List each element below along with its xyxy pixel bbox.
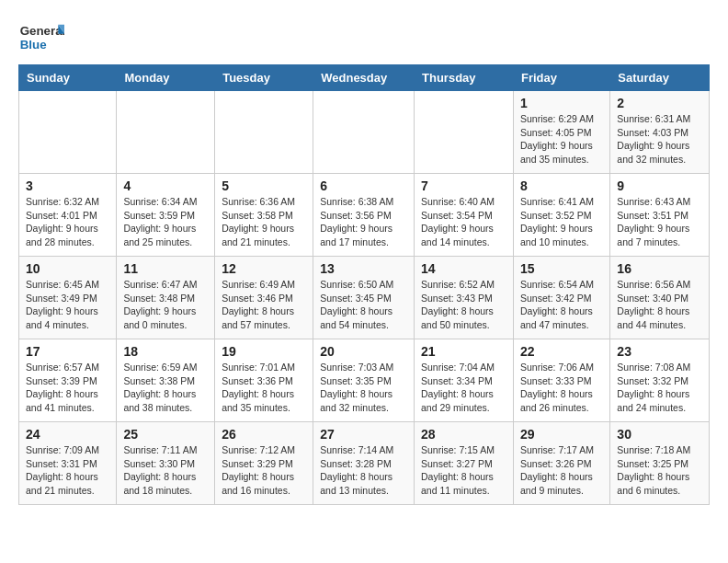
day-number: 20 xyxy=(320,344,407,359)
weekday-header: Tuesday xyxy=(215,65,313,91)
day-number: 5 xyxy=(222,178,306,193)
svg-text:Blue: Blue xyxy=(20,38,47,52)
day-number: 3 xyxy=(26,178,109,193)
day-number: 25 xyxy=(123,427,208,442)
calendar-day-cell: 30Sunrise: 7:18 AM Sunset: 3:25 PM Dayli… xyxy=(610,422,710,505)
page-header: General Blue xyxy=(18,18,710,55)
calendar-day-cell: 28Sunrise: 7:15 AM Sunset: 3:27 PM Dayli… xyxy=(415,422,514,505)
calendar-week-row: 17Sunrise: 6:57 AM Sunset: 3:39 PM Dayli… xyxy=(19,339,710,422)
calendar-day-cell: 15Sunrise: 6:54 AM Sunset: 3:42 PM Dayli… xyxy=(513,257,609,339)
day-number: 6 xyxy=(320,178,407,193)
calendar-header-row: SundayMondayTuesdayWednesdayThursdayFrid… xyxy=(19,65,710,91)
calendar-day-cell xyxy=(415,91,514,174)
calendar-day-cell: 5Sunrise: 6:36 AM Sunset: 3:58 PM Daylig… xyxy=(215,174,313,257)
day-number: 12 xyxy=(222,261,306,276)
day-number: 14 xyxy=(421,261,506,276)
day-info: Sunrise: 7:17 AM Sunset: 3:26 PM Dayligh… xyxy=(520,443,603,498)
day-info: Sunrise: 6:45 AM Sunset: 3:49 PM Dayligh… xyxy=(26,278,109,332)
calendar-day-cell: 11Sunrise: 6:47 AM Sunset: 3:48 PM Dayli… xyxy=(117,257,215,339)
day-number: 26 xyxy=(222,427,306,442)
day-number: 4 xyxy=(123,178,208,193)
day-number: 21 xyxy=(421,344,506,359)
day-info: Sunrise: 7:01 AM Sunset: 3:36 PM Dayligh… xyxy=(222,361,306,415)
day-number: 17 xyxy=(26,344,109,359)
day-number: 27 xyxy=(320,427,407,442)
day-number: 1 xyxy=(520,96,603,110)
weekday-header: Sunday xyxy=(19,65,117,91)
calendar-day-cell: 7Sunrise: 6:40 AM Sunset: 3:54 PM Daylig… xyxy=(415,174,514,257)
calendar-day-cell: 21Sunrise: 7:04 AM Sunset: 3:34 PM Dayli… xyxy=(415,339,514,422)
calendar-day-cell xyxy=(117,91,215,174)
app-logo: General Blue xyxy=(18,18,68,55)
calendar-day-cell xyxy=(215,91,313,174)
calendar-day-cell: 25Sunrise: 7:11 AM Sunset: 3:30 PM Dayli… xyxy=(117,422,215,505)
day-info: Sunrise: 7:12 AM Sunset: 3:29 PM Dayligh… xyxy=(222,443,306,498)
calendar-day-cell: 12Sunrise: 6:49 AM Sunset: 3:46 PM Dayli… xyxy=(215,257,313,339)
day-number: 15 xyxy=(520,261,603,276)
day-info: Sunrise: 7:03 AM Sunset: 3:35 PM Dayligh… xyxy=(320,361,407,415)
calendar-week-row: 1Sunrise: 6:29 AM Sunset: 4:05 PM Daylig… xyxy=(19,91,710,174)
calendar-day-cell: 3Sunrise: 6:32 AM Sunset: 4:01 PM Daylig… xyxy=(19,174,117,257)
weekday-header: Wednesday xyxy=(313,65,415,91)
calendar-day-cell: 22Sunrise: 7:06 AM Sunset: 3:33 PM Dayli… xyxy=(513,339,609,422)
day-info: Sunrise: 6:56 AM Sunset: 3:40 PM Dayligh… xyxy=(617,278,702,332)
calendar-day-cell: 18Sunrise: 6:59 AM Sunset: 3:38 PM Dayli… xyxy=(117,339,215,422)
day-info: Sunrise: 6:52 AM Sunset: 3:43 PM Dayligh… xyxy=(421,278,506,332)
calendar-day-cell: 6Sunrise: 6:38 AM Sunset: 3:56 PM Daylig… xyxy=(313,174,415,257)
weekday-header: Thursday xyxy=(415,65,514,91)
calendar-day-cell xyxy=(19,91,117,174)
calendar-day-cell: 13Sunrise: 6:50 AM Sunset: 3:45 PM Dayli… xyxy=(313,257,415,339)
calendar-week-row: 3Sunrise: 6:32 AM Sunset: 4:01 PM Daylig… xyxy=(19,174,710,257)
day-info: Sunrise: 7:18 AM Sunset: 3:25 PM Dayligh… xyxy=(617,443,702,498)
day-number: 9 xyxy=(617,178,702,193)
weekday-header: Friday xyxy=(513,65,609,91)
calendar-day-cell: 26Sunrise: 7:12 AM Sunset: 3:29 PM Dayli… xyxy=(215,422,313,505)
calendar-day-cell: 2Sunrise: 6:31 AM Sunset: 4:03 PM Daylig… xyxy=(610,91,710,174)
day-info: Sunrise: 6:43 AM Sunset: 3:51 PM Dayligh… xyxy=(617,195,702,249)
day-number: 2 xyxy=(617,96,702,110)
day-info: Sunrise: 6:50 AM Sunset: 3:45 PM Dayligh… xyxy=(320,278,407,332)
day-number: 11 xyxy=(123,261,208,276)
day-number: 23 xyxy=(617,344,702,359)
weekday-header: Monday xyxy=(117,65,215,91)
calendar-table: SundayMondayTuesdayWednesdayThursdayFrid… xyxy=(18,64,710,505)
day-info: Sunrise: 7:04 AM Sunset: 3:34 PM Dayligh… xyxy=(421,361,506,415)
day-info: Sunrise: 6:31 AM Sunset: 4:03 PM Dayligh… xyxy=(617,112,702,167)
calendar-day-cell: 20Sunrise: 7:03 AM Sunset: 3:35 PM Dayli… xyxy=(313,339,415,422)
day-info: Sunrise: 6:49 AM Sunset: 3:46 PM Dayligh… xyxy=(222,278,306,332)
day-info: Sunrise: 6:41 AM Sunset: 3:52 PM Dayligh… xyxy=(520,195,603,249)
day-number: 18 xyxy=(123,344,208,359)
day-info: Sunrise: 6:29 AM Sunset: 4:05 PM Dayligh… xyxy=(520,112,603,167)
day-number: 16 xyxy=(617,261,702,276)
day-info: Sunrise: 6:34 AM Sunset: 3:59 PM Dayligh… xyxy=(123,195,208,249)
calendar-day-cell: 4Sunrise: 6:34 AM Sunset: 3:59 PM Daylig… xyxy=(117,174,215,257)
day-number: 13 xyxy=(320,261,407,276)
day-info: Sunrise: 6:47 AM Sunset: 3:48 PM Dayligh… xyxy=(123,278,208,332)
day-info: Sunrise: 6:38 AM Sunset: 3:56 PM Dayligh… xyxy=(320,195,407,249)
day-info: Sunrise: 7:15 AM Sunset: 3:27 PM Dayligh… xyxy=(421,443,506,498)
calendar-day-cell: 29Sunrise: 7:17 AM Sunset: 3:26 PM Dayli… xyxy=(513,422,609,505)
calendar-day-cell xyxy=(313,91,415,174)
day-number: 30 xyxy=(617,427,702,442)
day-info: Sunrise: 6:57 AM Sunset: 3:39 PM Dayligh… xyxy=(26,361,109,415)
calendar-day-cell: 23Sunrise: 7:08 AM Sunset: 3:32 PM Dayli… xyxy=(610,339,710,422)
day-number: 10 xyxy=(26,261,109,276)
day-info: Sunrise: 6:59 AM Sunset: 3:38 PM Dayligh… xyxy=(123,361,208,415)
day-info: Sunrise: 7:06 AM Sunset: 3:33 PM Dayligh… xyxy=(520,361,603,415)
calendar-week-row: 10Sunrise: 6:45 AM Sunset: 3:49 PM Dayli… xyxy=(19,257,710,339)
calendar-day-cell: 17Sunrise: 6:57 AM Sunset: 3:39 PM Dayli… xyxy=(19,339,117,422)
day-info: Sunrise: 7:14 AM Sunset: 3:28 PM Dayligh… xyxy=(320,443,407,498)
day-number: 22 xyxy=(520,344,603,359)
day-number: 29 xyxy=(520,427,603,442)
calendar-day-cell: 10Sunrise: 6:45 AM Sunset: 3:49 PM Dayli… xyxy=(19,257,117,339)
day-info: Sunrise: 6:32 AM Sunset: 4:01 PM Dayligh… xyxy=(26,195,109,249)
day-info: Sunrise: 7:11 AM Sunset: 3:30 PM Dayligh… xyxy=(123,443,208,498)
weekday-header: Saturday xyxy=(610,65,710,91)
day-number: 8 xyxy=(520,178,603,193)
day-info: Sunrise: 7:08 AM Sunset: 3:32 PM Dayligh… xyxy=(617,361,702,415)
day-info: Sunrise: 7:09 AM Sunset: 3:31 PM Dayligh… xyxy=(26,443,109,498)
day-info: Sunrise: 6:36 AM Sunset: 3:58 PM Dayligh… xyxy=(222,195,306,249)
day-number: 24 xyxy=(26,427,109,442)
calendar-day-cell: 24Sunrise: 7:09 AM Sunset: 3:31 PM Dayli… xyxy=(19,422,117,505)
day-info: Sunrise: 6:40 AM Sunset: 3:54 PM Dayligh… xyxy=(421,195,506,249)
